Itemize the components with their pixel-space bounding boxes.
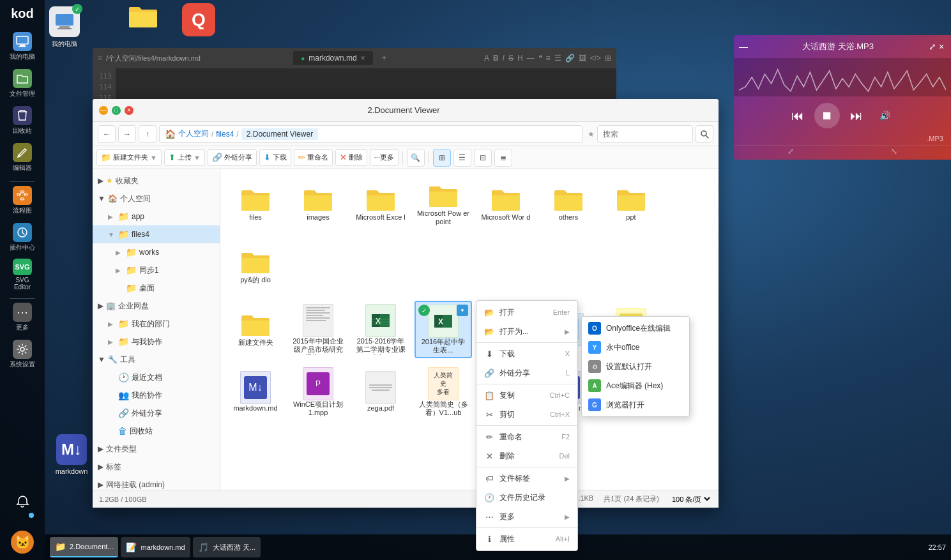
file-pdf[interactable]: zega.pdf xyxy=(352,363,409,421)
sidebar-item-recycle-bin[interactable]: 回收站 xyxy=(6,105,38,137)
file-2015-2016-sheet[interactable]: X 2015-2016学年第二学期专业课程表(... xyxy=(352,301,409,358)
maximize-button[interactable]: □ xyxy=(112,106,121,115)
sidebar-item-svg-editor[interactable]: SVG SVG Editor xyxy=(6,259,38,291)
back-button[interactable]: ← xyxy=(98,125,116,143)
folder-others[interactable]: others xyxy=(540,176,597,233)
editor-add-tab[interactable]: + xyxy=(377,51,392,65)
music-next[interactable]: ⏭ xyxy=(850,109,863,123)
zoom-in[interactable]: 🔍 xyxy=(407,149,425,167)
music-minimize[interactable]: — xyxy=(739,42,748,51)
breadcrumb-home[interactable]: 个人空间 xyxy=(178,128,209,139)
tree-item-sync1[interactable]: ▶ 📁 同步1 xyxy=(93,261,220,279)
sidebar-item-settings[interactable]: 系统设置 xyxy=(6,338,38,370)
taskbar-markdown[interactable]: 📝 markdown.md xyxy=(121,537,190,557)
sidebar-item-more[interactable]: ⋯ 更多 xyxy=(6,301,38,333)
submenu-browser[interactable]: G 浏览器打开 xyxy=(582,395,689,414)
ctx-share[interactable]: 🔗 外链分享 L xyxy=(476,363,577,382)
tree-item-my-collab[interactable]: 👥 我的协作 xyxy=(93,386,220,404)
music-prev[interactable]: ⏮ xyxy=(791,109,804,123)
folder-files[interactable]: files xyxy=(227,176,284,233)
close-button[interactable]: × xyxy=(125,106,133,115)
up-button[interactable]: ↑ xyxy=(139,125,156,143)
tree-item-external-share[interactable]: 🔗 外链分享 xyxy=(93,404,220,422)
submenu-default[interactable]: ⚙ 设置默认打开 xyxy=(582,357,689,376)
ctx-cut[interactable]: ✂ 剪切 Ctrl+X xyxy=(476,405,577,424)
file-markdown[interactable]: M↓ markdown.md xyxy=(227,363,284,421)
tree-item-works[interactable]: ▶ 📁 works xyxy=(93,243,220,261)
music-close[interactable]: × xyxy=(937,42,946,51)
download-button[interactable]: ⬇ 下载 xyxy=(259,149,291,166)
tree-item-desktop[interactable]: 📁 桌面 xyxy=(93,279,220,297)
ctx-more[interactable]: ⋯ 更多 ▶ xyxy=(476,507,577,526)
share-button[interactable]: 🔗 外链分享 xyxy=(208,149,257,166)
desktop-icon-markdown[interactable]: M↓ markdown xyxy=(49,434,94,475)
ctx-properties[interactable]: ℹ 属性 Alt+I xyxy=(476,529,577,549)
submenu-onlyoffice[interactable]: O Onlyoffice在线编辑 xyxy=(582,319,689,338)
editor-strike-icon[interactable]: S xyxy=(508,54,514,63)
search-button[interactable] xyxy=(696,125,713,143)
tree-item-recent[interactable]: 🕐 最近文档 xyxy=(93,368,220,386)
sidebar-item-workflow[interactable]: 流程图 xyxy=(6,185,38,216)
taskbar-file-manager[interactable]: 📁 2.Document... xyxy=(50,537,118,557)
editor-link-icon[interactable]: 🔗 xyxy=(565,54,575,63)
editor-toolbar-icon[interactable]: A xyxy=(484,54,489,63)
editor-tab[interactable]: ● markdown.md × xyxy=(293,51,372,65)
editor-bold-icon[interactable]: B xyxy=(493,54,499,63)
sidebar-item-plugin-center[interactable]: 插件中心 xyxy=(6,222,38,254)
more-button[interactable]: ···更多 xyxy=(370,149,399,166)
desktop-icon-q[interactable]: Q xyxy=(182,3,215,36)
forward-button[interactable]: → xyxy=(118,125,136,143)
editor-img-icon[interactable]: 🖼 xyxy=(579,54,586,63)
music-shrink-btn[interactable]: ⤡ xyxy=(891,147,897,156)
tree-item-app[interactable]: ▶ 📁 app xyxy=(93,208,220,225)
editor-h-icon[interactable]: H xyxy=(517,54,523,63)
sidebar-item-my-computer[interactable]: 我的电脑 xyxy=(6,31,38,63)
file-2016-selected[interactable]: ✓ ▼ X 2016年起中学生表... xyxy=(415,301,472,358)
list-view-btn[interactable]: ☰ xyxy=(453,149,471,167)
new-folder-button[interactable]: 📁 新建文件夹 ▼ xyxy=(96,149,162,166)
folder-py[interactable]: py&的 dio xyxy=(227,238,284,296)
sidebar-item-file-manager[interactable]: 文件管理 xyxy=(6,68,38,100)
tree-item-collaborate[interactable]: ▶ 📁 与我协作 xyxy=(93,333,220,351)
avatar[interactable]: 🐱 xyxy=(11,531,34,554)
grid-view-btn[interactable]: ⊞ xyxy=(433,149,451,167)
ctx-download[interactable]: ⬇ 下载 X xyxy=(476,344,577,363)
editor-dash-icon[interactable]: — xyxy=(527,54,535,63)
folder-images[interactable]: images xyxy=(289,176,347,233)
tree-item-recycle[interactable]: 🗑 回收站 xyxy=(93,422,220,440)
ctx-open-with[interactable]: 📂 打开为... ▶ xyxy=(476,322,577,341)
rename-button[interactable]: ✏ 重命名 xyxy=(294,149,333,166)
file-2015-report[interactable]: 2015年中国企业级产品市场研究报告as... xyxy=(289,301,347,358)
music-expand[interactable]: ⤢ xyxy=(928,42,937,51)
file-mpp[interactable]: P WinCE项目计划1.mpp xyxy=(289,363,347,421)
ctx-history[interactable]: 🕐 文件历史记录 xyxy=(476,488,577,507)
music-stop[interactable]: ⏹ xyxy=(814,103,840,128)
folder-ppt[interactable]: Microsoft Pow erpoint xyxy=(415,176,472,233)
editor-list2-icon[interactable]: ☰ xyxy=(554,54,561,63)
favorite-star[interactable]: ★ xyxy=(588,130,595,139)
editor-code-icon[interactable]: </> xyxy=(590,54,601,63)
editor-table-icon[interactable]: ⊞ xyxy=(605,54,611,63)
submenu-ace[interactable]: A Ace编辑器 (Hex) xyxy=(582,376,689,395)
breadcrumb-folder1[interactable]: files4 xyxy=(216,130,234,139)
ctx-file-tags[interactable]: 🏷 文件标签 ▶ xyxy=(476,469,577,488)
tree-item-mydept[interactable]: ▶ 📁 我在的部门 xyxy=(93,315,220,333)
desktop-icon-folder[interactable] xyxy=(128,3,158,30)
delete-button[interactable]: ✕ 删除 xyxy=(335,149,367,166)
detail-view-btn[interactable]: ⊟ xyxy=(474,149,492,167)
folder-excel[interactable]: Microsoft Exce l xyxy=(352,176,409,233)
folder-word[interactable]: Microsoft Wor d xyxy=(477,176,535,233)
file-new-folder[interactable]: 新建文件夹 xyxy=(227,301,284,358)
file-epub[interactable]: 人类简史多看 人类简简史（多看）V1...ub xyxy=(415,363,472,421)
minimize-button[interactable]: — xyxy=(99,106,108,115)
notification-icon[interactable] xyxy=(6,486,38,518)
search-input[interactable] xyxy=(597,125,693,143)
ctx-open[interactable]: 📂 打开 Enter xyxy=(476,303,577,322)
submenu-yongzhong[interactable]: Y 永中office xyxy=(582,338,689,357)
desktop-icon-my-computer[interactable]: ✓ 我的电脑 xyxy=(49,6,80,49)
ctx-copy[interactable]: 📋 复制 Ctrl+C xyxy=(476,386,577,405)
music-expand-btn[interactable]: ⤢ xyxy=(787,147,794,156)
ctx-rename[interactable]: ✏ 重命名 F2 xyxy=(476,427,577,446)
editor-quote-icon[interactable]: ❝ xyxy=(538,54,542,63)
sidebar-item-editor[interactable]: 编辑器 xyxy=(6,142,38,174)
